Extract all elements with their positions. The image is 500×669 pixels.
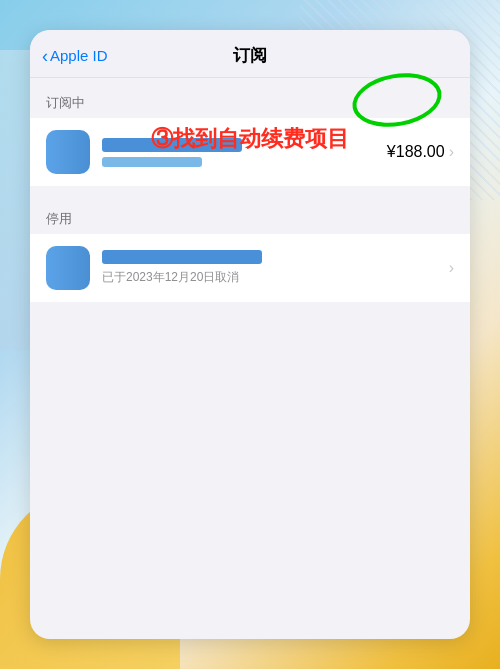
stopped-subscription-title-bar — [102, 250, 262, 264]
back-chevron-icon: ‹ — [42, 47, 48, 65]
subscription-icon — [46, 130, 90, 174]
stopped-subscription-item[interactable]: 已于2023年12月20日取消 › — [30, 234, 470, 302]
navigation-bar: ‹ Apple ID 订阅 — [30, 30, 470, 78]
phone-card: ‹ Apple ID 订阅 订阅中 ¥188.00 › — [30, 30, 470, 639]
price-value: ¥188.00 — [387, 143, 445, 161]
back-button[interactable]: ‹ Apple ID — [42, 47, 108, 65]
stopped-chevron-icon: › — [449, 259, 454, 277]
section-divider — [30, 186, 470, 194]
stopped-subscription-date: 已于2023年12月20日取消 — [102, 269, 449, 286]
stopped-section-label: 停用 — [30, 194, 470, 234]
stopped-section: 停用 已于2023年12月20日取消 › — [30, 194, 470, 302]
price-chevron-icon: › — [449, 143, 454, 161]
stopped-subscriptions-card: 已于2023年12月20日取消 › — [30, 234, 470, 302]
stopped-subscription-content: 已于2023年12月20日取消 — [102, 250, 449, 286]
active-subscriptions-card: ¥188.00 › — [30, 118, 470, 186]
subscription-price: ¥188.00 › — [387, 143, 454, 161]
subscription-content — [102, 138, 387, 167]
content-area: 订阅中 ¥188.00 › ③找到自动续费项目 停用 — [30, 78, 470, 302]
stopped-subscription-icon — [46, 246, 90, 290]
active-section-label: 订阅中 — [30, 78, 470, 118]
page-title: 订阅 — [233, 44, 267, 67]
subscription-title-bar — [102, 138, 242, 152]
active-subscription-item[interactable]: ¥188.00 › — [30, 118, 470, 186]
back-label: Apple ID — [50, 47, 108, 64]
subscription-subtitle-bar — [102, 157, 202, 167]
